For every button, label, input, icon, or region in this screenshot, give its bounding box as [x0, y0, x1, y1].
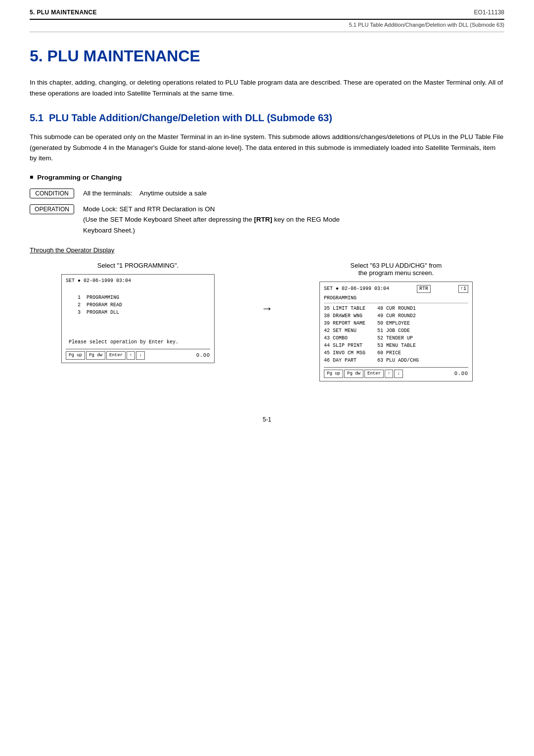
right-btn-pgup[interactable]: Pg up: [324, 370, 343, 378]
right-screen-block: Select "63 PLU ADD/CHG" from the program…: [288, 262, 504, 381]
header-doc-number: EO1-11138: [474, 9, 504, 16]
intro-paragraph: In this chapter, adding, changing, or de…: [30, 77, 504, 98]
right-terminal-header: SET ● 02-06-1999 03:04 RTR ↑1: [324, 285, 468, 293]
left-terminal-header: SET ● 02-06-1999 03:04: [66, 278, 210, 284]
right-terminal-title: SET ● 02-06-1999 03:04: [324, 285, 389, 292]
subsection-label: Programming or Changing: [30, 174, 504, 181]
operation-text: Mode Lock: SET and RTR Declaration is ON…: [83, 204, 340, 236]
left-btn-enter[interactable]: Enter: [106, 351, 126, 360]
left-screen-caption: Select "1 PROGRAMMING".: [97, 262, 179, 269]
chapter-heading: 5. PLU MAINTENANCE: [30, 47, 504, 67]
left-btn-up[interactable]: ↑: [127, 351, 135, 360]
right-terminal-body: 35 LIMIT TABLE 48 CUR ROUND1 38 DRAWER W…: [324, 305, 468, 364]
page-number: 5-1: [263, 416, 271, 423]
operation-row: OPERATION Mode Lock: SET and RTR Declara…: [30, 204, 504, 236]
left-btn-pgdw[interactable]: Pg dw: [86, 351, 105, 360]
section-body: This submode can be operated only on the…: [30, 132, 504, 164]
condition-badge: CONDITION: [30, 189, 74, 198]
left-btn-down[interactable]: ↓: [136, 351, 144, 360]
arrow-container: →: [261, 262, 273, 315]
subheader-breadcrumb: 5.1 PLU Table Addition/Change/Deletion w…: [349, 22, 504, 28]
right-terminal-programming-label: PROGRAMMING: [324, 295, 468, 303]
right-btn-pgdw[interactable]: Pg dw: [344, 370, 363, 378]
condition-text: All the terminals: Anytime outside a sal…: [83, 188, 207, 199]
right-arrow-icon: →: [261, 301, 273, 315]
left-terminal-value: O.OO: [196, 352, 210, 359]
operation-badge: OPERATION: [30, 204, 74, 214]
left-terminal-body: 1 PROGRAMMING 2 PROGRAM READ 3 PROGRAM D…: [66, 286, 210, 346]
left-terminal-buttons: Pg up Pg dw Enter ↑ ↓: [66, 351, 145, 360]
right-btn-up[interactable]: ↑: [385, 370, 393, 378]
left-terminal-footer: Pg up Pg dw Enter ↑ ↓ O.OO: [66, 349, 210, 360]
right-terminal-value: O.OO: [454, 371, 468, 378]
section-heading: 5.1 PLU Table Addition/Change/Deletion w…: [30, 112, 504, 124]
right-terminal-rtr: RTR: [417, 285, 431, 293]
operator-display-label: Through the Operator Display: [30, 246, 504, 254]
left-terminal-title: SET ● 02-06-1999 03:04: [66, 278, 131, 284]
right-btn-enter[interactable]: Enter: [364, 370, 384, 378]
page-footer: 5-1: [30, 411, 504, 423]
condition-row: CONDITION All the terminals: Anytime out…: [30, 188, 504, 199]
left-btn-pgup[interactable]: Pg up: [66, 351, 85, 360]
header-section-title: 5. PLU MAINTENANCE: [30, 9, 97, 16]
right-screen-caption: Select "63 PLU ADD/CHG" from the program…: [351, 262, 442, 277]
right-btn-down[interactable]: ↓: [394, 370, 402, 378]
left-terminal-screen: SET ● 02-06-1999 03:04 1 PROGRAMMING 2 P…: [61, 274, 215, 363]
left-screen-block: Select "1 PROGRAMMING". SET ● 02-06-1999…: [30, 262, 246, 363]
right-terminal-buttons: Pg up Pg dw Enter ↑ ↓: [324, 370, 403, 378]
right-terminal-footer: Pg up Pg dw Enter ↑ ↓ O.OO: [324, 367, 468, 378]
screens-area: Select "1 PROGRAMMING". SET ● 02-06-1999…: [30, 262, 504, 381]
right-terminal-screen: SET ● 02-06-1999 03:04 RTR ↑1 PROGRAMMIN…: [319, 282, 473, 381]
